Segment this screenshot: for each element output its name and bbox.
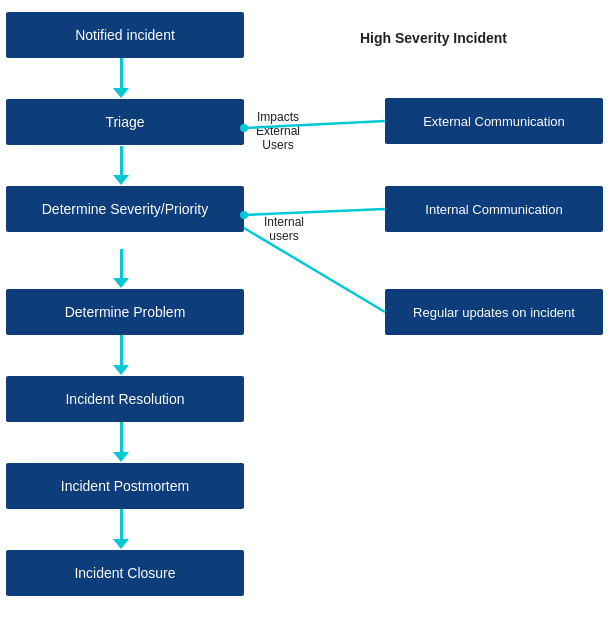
diagram-container: High Severity Incident Notified incident…: [0, 0, 611, 624]
notified-incident-box: Notified incident: [6, 12, 244, 58]
arrow-notified-triage: [113, 58, 129, 98]
arrow-problem-resolution: [113, 335, 129, 375]
incident-postmortem-box: Incident Postmortem: [6, 463, 244, 509]
arrow-postmortem-closure: [113, 509, 129, 549]
severity-priority-box: Determine Severity/Priority: [6, 186, 244, 232]
incident-resolution-box: Incident Resolution: [6, 376, 244, 422]
external-communication-box: External Communication: [385, 98, 603, 144]
arrow-resolution-postmortem: [113, 422, 129, 462]
arrow-triage-severity: [113, 146, 129, 185]
internal-users-label: Internal users: [264, 215, 304, 243]
regular-updates-box: Regular updates on incident: [385, 289, 603, 335]
incident-closure-box: Incident Closure: [6, 550, 244, 596]
impacts-external-label: Impacts External Users: [256, 110, 300, 152]
arrow-severity-problem: [113, 249, 129, 288]
diagram-title: High Severity Incident: [360, 30, 507, 46]
triage-box: Triage: [6, 99, 244, 145]
internal-communication-box: Internal Communication: [385, 186, 603, 232]
determine-problem-box: Determine Problem: [6, 289, 244, 335]
